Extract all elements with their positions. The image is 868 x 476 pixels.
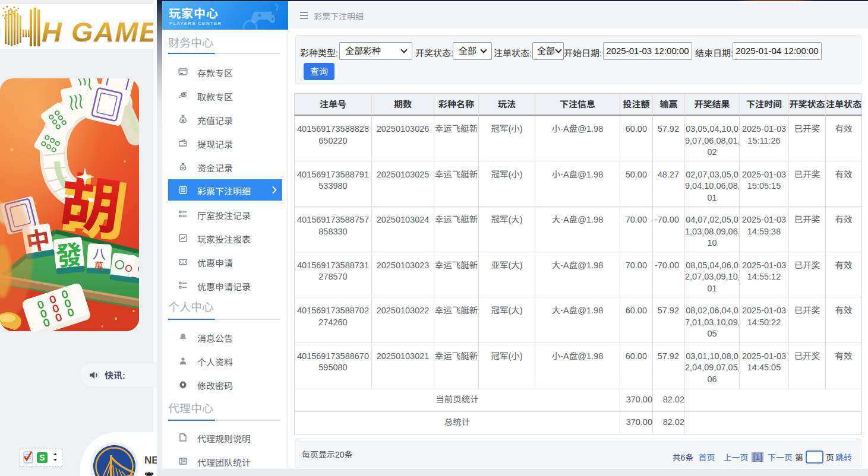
svg-text:H GAME: H GAME <box>42 16 157 47</box>
svg-text:發: 發 <box>54 233 84 274</box>
svg-text:萬: 萬 <box>94 258 104 273</box>
svg-text:S: S <box>39 453 45 462</box>
